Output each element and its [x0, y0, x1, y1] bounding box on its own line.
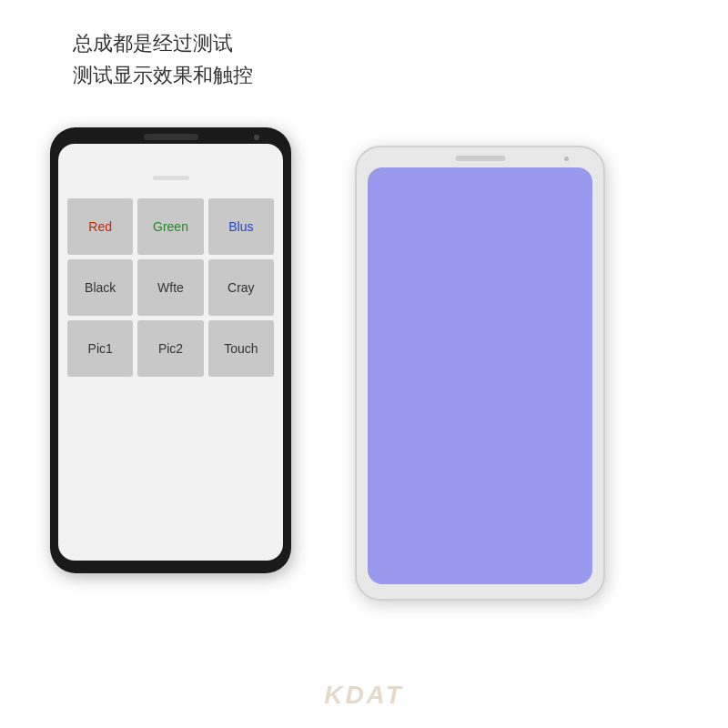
grid-cell-wfte[interactable]: Wfte [137, 259, 203, 316]
grid-cell-touch[interactable]: Touch [208, 320, 274, 377]
notch-bar-black [144, 134, 198, 140]
watermark: KDAT [324, 681, 404, 710]
grid-cell-pic1[interactable]: Pic1 [67, 320, 133, 377]
header-line1: 总成都是经过测试 [73, 27, 253, 59]
color-grid: RedGreenBlusBlackWfteCrayPic1Pic2Touch [67, 198, 274, 377]
header-line2: 测试显示效果和触控 [73, 59, 253, 91]
phone-black: RedGreenBlusBlackWfteCrayPic1Pic2Touch [50, 127, 291, 573]
notch-bar-white [455, 156, 505, 161]
grid-cell-blus[interactable]: Blus [208, 198, 274, 255]
status-pill [153, 176, 189, 180]
camera-dot-black [254, 135, 259, 140]
screen-white [368, 167, 592, 584]
phone-white [355, 146, 605, 601]
screen-black: RedGreenBlusBlackWfteCrayPic1Pic2Touch [58, 144, 283, 561]
grid-cell-cray[interactable]: Cray [208, 259, 274, 316]
grid-cell-pic2[interactable]: Pic2 [137, 320, 203, 377]
camera-dot-white [564, 157, 569, 161]
grid-cell-black[interactable]: Black [67, 259, 133, 316]
header-text: 总成都是经过测试 测试显示效果和触控 [73, 27, 253, 91]
grid-cell-green[interactable]: Green [137, 198, 203, 255]
grid-cell-red[interactable]: Red [67, 198, 133, 255]
